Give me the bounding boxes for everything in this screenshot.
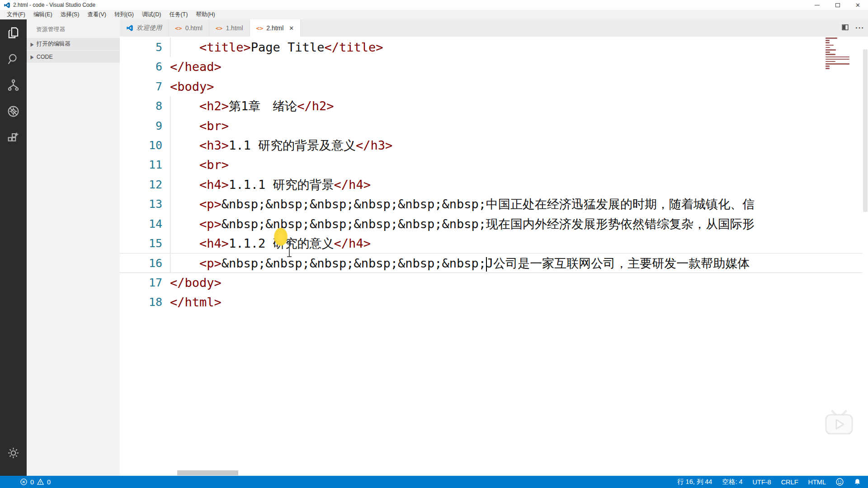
menu-tasks[interactable]: 任务(T) [165,10,192,19]
code-text: <br> [170,116,229,136]
horizontal-scrollbar[interactable] [177,470,238,475]
code-line[interactable]: 16 <p>&nbsp;&nbsp;&nbsp;&nbsp;&nbsp;&nbs… [120,253,863,272]
tab-label: 2.html [266,24,283,32]
code-line[interactable]: 14 <p>&nbsp;&nbsp;&nbsp;&nbsp;&nbsp;&nbs… [120,214,863,234]
tab-label: 0.html [185,24,203,32]
indentation[interactable]: 空格: 4 [722,478,742,486]
tab-close-icon[interactable]: ✕ [289,25,294,32]
code-text: <body> [170,77,214,96]
errors-count[interactable]: 0 [30,479,34,486]
html-file-icon: <> [175,25,182,32]
code-line[interactable]: 9 <br> [120,116,863,136]
tab-bar: 欢迎使用 <> 0.html <> 1.html <> 2.html ✕ ··· [120,19,868,37]
encoding[interactable]: UTF-8 [753,479,771,486]
minimap-line [826,68,830,69]
tab-welcome[interactable]: 欢迎使用 [120,19,169,37]
tab-label: 1.html [226,24,243,32]
minimize-button[interactable] [807,0,827,10]
vscode-logo-icon [126,24,133,32]
vscode-window: 2.html - code - Visual Studio Code ✕ 文件(… [0,0,868,488]
debug-icon[interactable] [0,98,27,124]
line-number: 14 [120,214,170,234]
code-text: </html> [170,292,222,312]
code-line[interactable]: 6</head> [120,57,863,76]
code-editor[interactable]: 5 <title>Page Title</title> 6</head> 7<b… [120,37,868,476]
line-number: 15 [120,234,170,253]
ibeam-cursor [287,241,292,257]
explorer-sidebar: 资源管理器 ▶ 打开的编辑器 ▶ CODE [27,19,120,476]
menu-edit[interactable]: 编辑(E) [29,10,57,19]
activity-bar [0,19,27,476]
vertical-scrollbar[interactable] [863,49,868,212]
open-editors-section[interactable]: ▶ 打开的编辑器 [27,38,120,50]
html-file-icon: <> [256,25,264,32]
minimap-line [826,59,849,60]
settings-gear-icon[interactable] [0,440,27,466]
title-bar: 2.html - code - Visual Studio Code ✕ [0,0,868,10]
errors-icon[interactable] [20,479,27,485]
cursor-position[interactable]: 行 16, 列 44 [677,478,712,486]
extensions-icon[interactable] [0,124,27,150]
minimap-line [826,52,830,53]
vscode-logo-icon [4,2,10,9]
code-text: <br> [170,155,229,174]
tab-2-html[interactable]: <> 2.html ✕ [250,19,301,37]
warnings-count[interactable]: 0 [47,479,51,486]
code-line[interactable]: 12 <h4>1.1.1 研究的背景</h4> [120,175,863,194]
code-line[interactable]: 18</html> [120,292,863,312]
code-line[interactable]: 5 <title>Page Title</title> [120,38,863,57]
line-number: 18 [120,292,170,312]
minimap[interactable] [826,38,851,70]
close-button[interactable]: ✕ [848,0,868,10]
menu-help[interactable]: 帮助(H) [192,10,219,19]
code-text: <p>&nbsp;&nbsp;&nbsp;&nbsp;&nbsp;&nbsp;J… [170,253,750,272]
tv-watermark-icon [820,405,859,439]
code-line[interactable]: 17</body> [120,273,863,292]
search-icon[interactable] [0,46,27,72]
eol-sequence[interactable]: CRLF [781,479,798,486]
tab-label: 欢迎使用 [137,24,162,32]
minimap-line [826,54,835,55]
menu-go[interactable]: 转到(G) [110,10,138,19]
window-title: 2.html - code - Visual Studio Code [13,2,95,8]
code-text: <h2>第1章 绪论</h2> [170,96,334,116]
source-control-icon[interactable] [0,72,27,98]
menu-selection[interactable]: 选择(S) [57,10,84,19]
menu-bar: 文件(F) 编辑(E) 选择(S) 查看(V) 转到(G) 调试(D) 任务(T… [0,10,868,19]
line-number: 13 [120,194,170,214]
feedback-smiley-icon[interactable] [836,478,844,486]
minimap-line [826,61,835,62]
code-line[interactable]: 8 <h2>第1章 绪论</h2> [120,96,863,116]
explorer-icon[interactable] [0,19,27,46]
code-line[interactable]: 7<body> [120,77,863,96]
line-number: 12 [120,175,170,194]
code-text: <h4>1.1.1 研究的背景</h4> [170,175,371,194]
split-editor-icon[interactable] [841,23,849,33]
language-mode[interactable]: HTML [808,479,826,486]
open-editors-label: 打开的编辑器 [37,40,71,48]
code-line[interactable]: 13 <p>&nbsp;&nbsp;&nbsp;&nbsp;&nbsp;&nbs… [120,194,863,214]
maximize-button[interactable] [827,0,848,10]
code-text: <h4>1.1.2 研究的意义</h4> [170,234,371,253]
tab-0-html[interactable]: <> 0.html [169,19,209,37]
menu-debug[interactable]: 调试(D) [138,10,165,19]
code-text: </head> [170,57,222,76]
warnings-icon[interactable] [37,479,44,485]
menu-file[interactable]: 文件(F) [3,10,29,19]
sidebar-title: 资源管理器 [27,19,120,38]
tab-1-html[interactable]: <> 1.html [209,19,250,37]
code-line[interactable]: 15 <h4>1.1.2 研究的意义</h4> [120,234,863,253]
editor-group: 欢迎使用 <> 0.html <> 1.html <> 2.html ✕ ··· [120,19,868,476]
minimap-line [826,66,830,67]
folder-code-section[interactable]: ▶ CODE [27,51,120,63]
code-line[interactable]: 11 <br> [120,155,863,174]
more-actions-icon[interactable]: ··· [855,23,864,33]
menu-view[interactable]: 查看(V) [83,10,110,19]
notifications-bell-icon[interactable] [854,478,861,486]
folder-code-label: CODE [37,54,53,60]
minimap-line [826,63,849,65]
line-number: 9 [120,116,170,136]
code-line[interactable]: 10 <h3>1.1 研究的背景及意义</h3> [120,136,863,155]
code-text: </body> [170,273,222,292]
code-text: <title>Page Title</title> [170,38,383,57]
